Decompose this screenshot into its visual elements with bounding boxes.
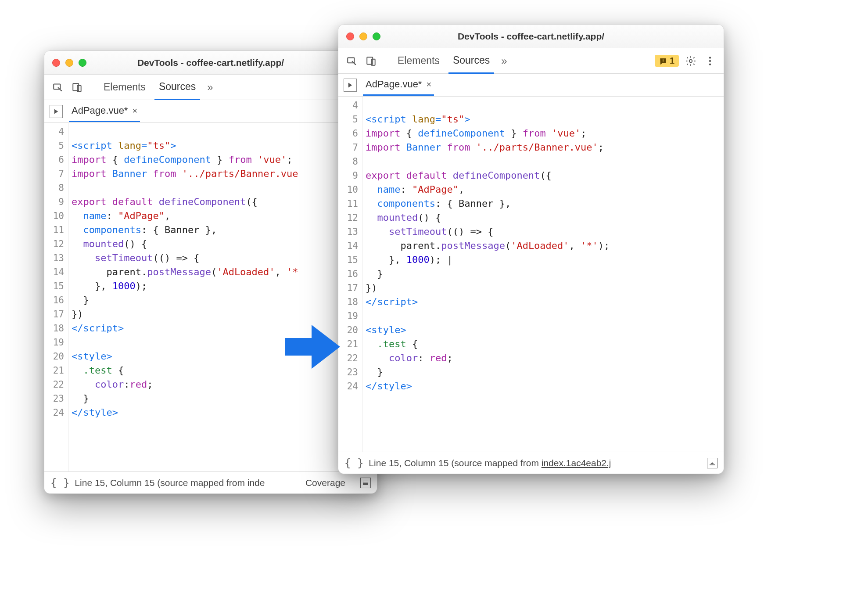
- tab-elements[interactable]: Elements: [99, 75, 150, 99]
- tab-elements[interactable]: Elements: [393, 49, 444, 73]
- close-icon[interactable]: [346, 32, 354, 40]
- cursor-position: Line 15, Column 15 (source mapped from i…: [75, 478, 265, 488]
- arrow-icon: [281, 320, 342, 373]
- file-tab-label: AdPage.vue*: [72, 105, 128, 116]
- svg-rect-4: [363, 481, 368, 483]
- maximize-icon[interactable]: [79, 59, 86, 67]
- more-tabs-icon[interactable]: »: [499, 55, 509, 67]
- code-area[interactable]: <script lang="ts">import { defineCompone…: [69, 123, 377, 471]
- window-title: DevTools - coffee-cart.netlify.app/: [458, 31, 604, 42]
- warning-badge[interactable]: 1: [655, 55, 679, 67]
- inspect-icon[interactable]: [50, 80, 65, 95]
- source-map-link[interactable]: index.1ac4eab2.j: [542, 458, 611, 468]
- warning-count: 1: [670, 56, 674, 66]
- file-tabs: AdPage.vue* ×: [44, 100, 377, 123]
- device-toggle-icon[interactable]: [70, 80, 85, 95]
- coverage-label[interactable]: Coverage: [305, 478, 345, 488]
- svg-rect-6: [367, 57, 373, 64]
- window-title: DevTools - coffee-cart.netlify.app/: [137, 58, 284, 68]
- device-toggle-icon[interactable]: [364, 54, 379, 68]
- minimize-icon[interactable]: [65, 59, 73, 67]
- tab-sources[interactable]: Sources: [448, 48, 494, 74]
- navigator-toggle-icon[interactable]: [50, 105, 63, 118]
- devtools-window-left: DevTools - coffee-cart.netlify.app/ Elem…: [44, 50, 377, 494]
- minimize-icon[interactable]: [359, 32, 367, 40]
- svg-rect-8: [663, 59, 664, 61]
- pretty-print-icon[interactable]: { }: [50, 477, 69, 489]
- file-tab-adpage[interactable]: AdPage.vue* ×: [69, 101, 140, 122]
- traffic-lights: [346, 32, 380, 40]
- kebab-menu-icon[interactable]: [703, 54, 717, 68]
- svg-rect-9: [663, 61, 664, 62]
- code-area[interactable]: <script lang="ts">import { defineCompone…: [363, 97, 724, 452]
- cursor-position: Line 15, Column 15 (source mapped from i…: [369, 458, 611, 468]
- statusbar: { } Line 15, Column 15 (source mapped fr…: [44, 471, 377, 493]
- inspect-icon[interactable]: [344, 54, 359, 68]
- pretty-print-icon[interactable]: { }: [344, 457, 363, 469]
- traffic-lights: [52, 59, 86, 67]
- devtools-toolbar: Elements Sources »: [44, 75, 377, 100]
- editor-right[interactable]: 456789101112131415161718192021222324 <sc…: [338, 97, 724, 452]
- devtools-window-right: DevTools - coffee-cart.netlify.app/ Elem…: [338, 24, 724, 474]
- tab-sources[interactable]: Sources: [154, 75, 200, 100]
- svg-point-11: [709, 57, 711, 58]
- svg-rect-14: [710, 464, 715, 465]
- drawer-toggle-icon[interactable]: [360, 478, 371, 488]
- svg-point-13: [709, 63, 711, 65]
- gutter: 456789101112131415161718192021222324: [44, 123, 69, 471]
- close-icon[interactable]: [52, 59, 60, 67]
- file-tabs: AdPage.vue* ×: [338, 74, 724, 97]
- close-icon[interactable]: ×: [426, 79, 431, 90]
- settings-icon[interactable]: [683, 54, 698, 68]
- maximize-icon[interactable]: [373, 32, 380, 40]
- navigator-toggle-icon[interactable]: [344, 79, 357, 92]
- file-tab-adpage[interactable]: AdPage.vue* ×: [363, 74, 434, 96]
- close-icon[interactable]: ×: [132, 106, 137, 116]
- statusbar: { } Line 15, Column 15 (source mapped fr…: [338, 452, 724, 474]
- devtools-toolbar: Elements Sources » 1: [338, 48, 724, 74]
- titlebar: DevTools - coffee-cart.netlify.app/: [44, 51, 377, 75]
- editor-left[interactable]: 456789101112131415161718192021222324 <sc…: [44, 123, 377, 471]
- svg-rect-3: [363, 483, 368, 485]
- titlebar: DevTools - coffee-cart.netlify.app/: [338, 25, 724, 48]
- file-tab-label: AdPage.vue*: [366, 79, 422, 90]
- svg-rect-1: [73, 83, 79, 90]
- gutter: 456789101112131415161718192021222324: [338, 97, 363, 452]
- drawer-toggle-icon[interactable]: [707, 458, 717, 468]
- more-tabs-icon[interactable]: »: [204, 81, 215, 94]
- svg-point-12: [709, 60, 711, 61]
- svg-point-10: [689, 59, 692, 62]
